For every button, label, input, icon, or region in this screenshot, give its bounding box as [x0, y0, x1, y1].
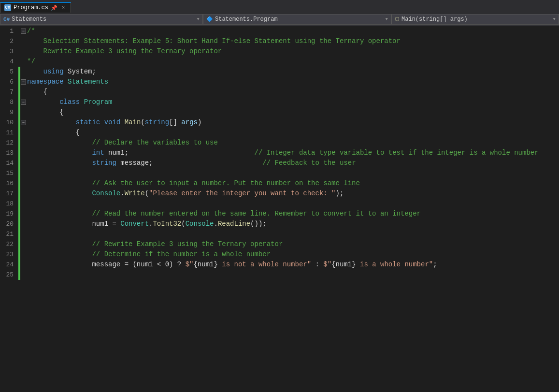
tab-close-button[interactable]: ×	[60, 4, 67, 11]
fold-col[interactable]: −	[20, 97, 27, 107]
method-icon: ⬡	[395, 16, 400, 22]
code-line: */	[27, 57, 539, 67]
code-area: 1 − /* 2 Selection Statements: Example 5…	[0, 26, 559, 381]
table-row: 24 message = (num1 < 0) ? $"{num1} is no…	[0, 260, 539, 270]
fold-button[interactable]: −	[21, 29, 26, 34]
code-line: // Read the number entered on the same l…	[27, 209, 539, 219]
table-row: 21	[0, 229, 539, 239]
fold-col	[20, 199, 27, 209]
fold-col[interactable]: −	[20, 26, 27, 36]
code-line: Console.Write("Please enter the integer …	[27, 189, 539, 199]
csharp-file-icon: C#	[4, 4, 11, 11]
code-line: num1 = Convert.ToInt32(Console.ReadLine(…	[27, 219, 539, 229]
namespace-dropdown-label: Statements	[12, 16, 46, 23]
table-row: 8 − class Program	[0, 97, 539, 107]
line-number: 21	[0, 229, 18, 239]
line-number: 23	[0, 249, 18, 260]
code-line: namespace Statements	[27, 77, 539, 87]
table-row: 18	[0, 199, 539, 209]
fold-col	[20, 249, 27, 260]
table-row: 25	[0, 270, 539, 280]
table-row: 11 {	[0, 128, 539, 138]
table-row: 2 Selection Statements: Example 5: Short…	[0, 36, 539, 46]
fold-button[interactable]: −	[21, 120, 26, 125]
code-line: // Ask the user to input a number. Put t…	[27, 178, 539, 189]
fold-col	[20, 67, 27, 77]
code-line: {	[27, 128, 539, 138]
table-row: 12 // Declare the variables to use	[0, 138, 539, 148]
table-row: 19 // Read the number entered on the sam…	[0, 209, 539, 219]
code-line: {	[27, 107, 539, 117]
fold-col	[20, 189, 27, 199]
code-line	[27, 168, 539, 178]
table-row: 7 {	[0, 87, 539, 97]
tab-pin-icon: 📌	[51, 5, 57, 11]
fold-col	[20, 260, 27, 270]
fold-button[interactable]: −	[21, 100, 26, 105]
fold-col	[20, 148, 27, 158]
class-dropdown[interactable]: 🔷 Statements.Program ▼	[203, 14, 391, 25]
line-number: 6	[0, 77, 18, 87]
line-number: 5	[0, 67, 18, 77]
fold-col	[20, 178, 27, 189]
fold-col	[20, 107, 27, 117]
method-dropdown[interactable]: ⬡ Main(string[] args) ▼	[391, 14, 559, 25]
table-row: 4 */	[0, 57, 539, 67]
table-row: 14 string message; // Feedback to the us…	[0, 158, 539, 168]
fold-col	[20, 270, 27, 280]
line-number: 17	[0, 189, 18, 199]
table-row: 9 {	[0, 107, 539, 117]
code-line	[27, 270, 539, 280]
line-number: 19	[0, 209, 18, 219]
line-number: 9	[0, 107, 18, 117]
line-number: 15	[0, 168, 18, 178]
line-number: 22	[0, 239, 18, 249]
code-line: Selection Statements: Example 5: Short H…	[27, 36, 539, 46]
line-number: 12	[0, 138, 18, 148]
line-number: 13	[0, 148, 18, 158]
table-row: 23 // Determine if the number is a whole…	[0, 249, 539, 260]
line-number: 24	[0, 260, 18, 270]
table-row: 3 Rewrite Example 3 using the Ternary op…	[0, 46, 539, 57]
fold-col	[20, 128, 27, 138]
fold-button[interactable]: −	[21, 79, 26, 85]
table-row: 22 // Rewrite Example 3 using the Ternar…	[0, 239, 539, 249]
code-line: Rewrite Example 3 using the Ternary oper…	[27, 46, 539, 57]
nav-bar: C# Statements ▼ 🔷 Statements.Program ▼ ⬡…	[0, 13, 559, 26]
class-icon: 🔷	[206, 16, 213, 22]
line-number: 20	[0, 219, 18, 229]
line-number: 16	[0, 178, 18, 189]
table-row: 10 − static void Main(string[] args)	[0, 117, 539, 128]
namespace-dropdown[interactable]: C# Statements ▼	[0, 14, 203, 25]
method-dropdown-chevron: ▼	[553, 17, 556, 22]
line-number: 7	[0, 87, 18, 97]
fold-col	[20, 209, 27, 219]
code-line: // Determine if the number is a whole nu…	[27, 249, 539, 260]
editor: 1 − /* 2 Selection Statements: Example 5…	[0, 26, 559, 381]
class-dropdown-label: Statements.Program	[215, 16, 278, 23]
code-line: /*	[27, 26, 539, 36]
code-line: static void Main(string[] args)	[27, 117, 539, 128]
fold-col[interactable]: −	[20, 77, 27, 87]
fold-col	[20, 239, 27, 249]
line-number: 2	[0, 36, 18, 46]
code-line: int num1; // Integer data type variable …	[27, 148, 539, 158]
fold-col[interactable]: −	[20, 117, 27, 128]
line-number: 1	[0, 26, 18, 36]
table-row: 16 // Ask the user to input a number. Pu…	[0, 178, 539, 189]
table-row: 20 num1 = Convert.ToInt32(Console.ReadLi…	[0, 219, 539, 229]
tab-program-cs[interactable]: C# Program.cs 📌 ×	[0, 2, 71, 13]
fold-col	[20, 158, 27, 168]
table-row: 13 int num1; // Integer data type variab…	[0, 148, 539, 158]
code-line: string message; // Feedback to the user	[27, 158, 539, 168]
fold-col	[20, 87, 27, 97]
fold-col	[20, 219, 27, 229]
tab-label: Program.cs	[14, 4, 48, 11]
tab-bar: C# Program.cs 📌 ×	[0, 0, 559, 13]
fold-col	[20, 57, 27, 67]
line-number: 3	[0, 46, 18, 57]
fold-col	[20, 36, 27, 46]
line-number: 11	[0, 128, 18, 138]
table-row: 15	[0, 168, 539, 178]
namespace-dropdown-chevron: ▼	[197, 17, 200, 22]
